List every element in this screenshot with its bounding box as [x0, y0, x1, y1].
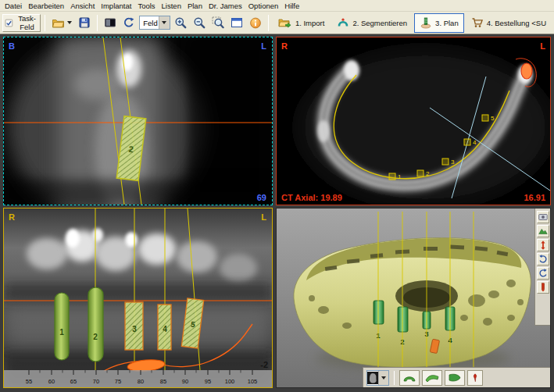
jaw-view-2-icon — [424, 372, 441, 384]
order-cart-icon — [471, 16, 484, 29]
axial-status-right: 16.91 — [524, 193, 545, 202]
orientation-label-left: R — [9, 212, 15, 222]
step-bestellung-label: 4. Bestellung <SU — [487, 19, 546, 27]
info-button[interactable] — [247, 14, 264, 32]
marker-3-label: 3 — [451, 159, 455, 166]
axial-implant-marker-1[interactable]: 1 — [389, 173, 402, 180]
viewport-3d[interactable]: 1 2 3 4 — [276, 208, 551, 388]
implant-3-pano[interactable]: 3 — [125, 302, 143, 350]
svg-text:90: 90 — [182, 378, 188, 385]
implant-1-pano[interactable]: 1 — [55, 293, 69, 360]
surface-toggle-button[interactable] — [537, 225, 549, 237]
menu-datei[interactable]: Datei — [2, 1, 25, 11]
zoom-region-icon — [212, 16, 224, 29]
task-feld-button[interactable]: Task-Feld — [2, 14, 41, 32]
open-dropdown-caret-icon — [67, 21, 72, 24]
implant-3-label: 3 — [132, 325, 137, 333]
menubar: Datei Bearbeiten Ansicht Implantat Tools… — [0, 0, 554, 12]
slice-number: -2 — [260, 360, 268, 369]
menu-implantat[interactable]: Implantat — [98, 1, 134, 11]
scene-combo-caret[interactable] — [378, 371, 388, 385]
menu-tools[interactable]: Tools — [134, 1, 158, 11]
implant-1-label: 1 — [59, 328, 64, 337]
dropdown-caret-icon — [162, 21, 166, 24]
step-plan-label: 3. Plan — [435, 19, 459, 27]
task-checkbox-icon — [5, 17, 13, 29]
implant-tool-icon — [538, 282, 549, 293]
axial-implant-marker-4[interactable]: 4 — [464, 139, 477, 146]
svg-text:65: 65 — [70, 378, 77, 385]
bone-tool-icon — [469, 372, 481, 384]
toolbar-separator — [268, 15, 269, 31]
viewport-panoramic[interactable]: 1 2 3 4 5 — [3, 208, 273, 388]
dropdown-caret-icon — [381, 376, 386, 380]
marker-4-label: 4 — [473, 139, 477, 146]
snapshot-button[interactable] — [537, 211, 549, 223]
snapshot-icon — [538, 212, 549, 223]
implant-4-pano[interactable]: 4 — [158, 305, 171, 350]
viewport-cross-section[interactable]: 2 B L 69 — [3, 37, 273, 205]
axial-implant-marker-5[interactable]: 5 — [482, 115, 495, 122]
main-toolbar: Task-Feld Feld — [0, 12, 554, 34]
move-updown-icon — [538, 240, 549, 251]
save-button[interactable] — [76, 14, 93, 32]
surface-icon — [538, 226, 549, 237]
open-folder-icon — [52, 16, 65, 29]
step-segmentieren-label: 2. Segmentieren — [352, 19, 407, 27]
step-import-button[interactable]: 1. Import — [273, 13, 331, 33]
zoom-in-button[interactable] — [172, 14, 189, 32]
import-icon — [278, 16, 292, 29]
menu-plan[interactable]: Plan — [184, 1, 206, 11]
step-bestellung-button[interactable]: 4. Bestellung <SU — [466, 13, 552, 33]
move-vertical-button[interactable] — [537, 239, 549, 251]
rotate-left-button[interactable] — [537, 253, 549, 265]
view-preset-1-button[interactable] — [399, 370, 420, 386]
ct-axial-image — [298, 49, 550, 205]
svg-text:60: 60 — [48, 378, 55, 385]
combo-caret-box[interactable] — [159, 16, 170, 29]
3d-bottom-toolbar — [363, 367, 550, 387]
bone-tool-button[interactable] — [467, 370, 483, 386]
zoom-out-icon — [193, 16, 206, 29]
implant-tool-button[interactable] — [537, 281, 549, 294]
menu-listen[interactable]: Listen — [159, 1, 184, 11]
rotate-view-button[interactable] — [120, 14, 138, 32]
menu-dr-james[interactable]: Dr. James — [206, 1, 245, 11]
menu-optionen[interactable]: Optionen — [245, 1, 282, 11]
menu-bearbeiten[interactable]: Bearbeiten — [25, 1, 67, 11]
menu-ansicht[interactable]: Ansicht — [67, 1, 98, 11]
rotate-arrow-icon — [123, 16, 135, 29]
scene-preset-combobox[interactable] — [366, 370, 389, 386]
slice-number: 69 — [257, 193, 266, 202]
view-preset-2-button[interactable] — [422, 370, 442, 386]
svg-text:100: 100 — [225, 378, 235, 385]
axial-implant-marker-2[interactable]: 2 — [417, 170, 430, 177]
orientation-label-left: B — [9, 41, 15, 51]
plan-icon — [420, 16, 432, 29]
feld-combobox[interactable]: Feld — [139, 16, 170, 30]
segmentieren-icon — [337, 16, 349, 29]
step-plan-button[interactable]: 3. Plan — [414, 13, 464, 33]
3d-tool-column — [534, 208, 550, 326]
svg-text:75: 75 — [115, 378, 121, 385]
zoom-region-button[interactable] — [209, 14, 227, 32]
svg-text:55: 55 — [26, 378, 32, 385]
toolbar-separator — [97, 15, 98, 31]
implant-2-pano[interactable]: 2 — [88, 287, 103, 362]
viewport-axial[interactable]: 1 2 3 4 5 R L CT Axial: 19.89 16.91 — [276, 37, 551, 205]
open-button[interactable] — [49, 14, 74, 32]
step-import-label: 1. Import — [295, 19, 325, 27]
window-level-button[interactable] — [102, 14, 119, 32]
svg-text:105: 105 — [248, 378, 258, 385]
menu-hilfe[interactable]: Hilfe — [281, 1, 302, 11]
layout-button[interactable] — [228, 14, 245, 32]
contrast-icon — [104, 16, 116, 29]
feld-combobox-value: Feld — [143, 19, 157, 27]
zoom-out-button[interactable] — [191, 14, 208, 32]
view-preset-3-button[interactable] — [445, 370, 465, 386]
axial-implant-marker-3[interactable]: 3 — [442, 159, 455, 166]
rotate-right-button[interactable] — [537, 267, 549, 280]
step-segmentieren-button[interactable]: 2. Segmentieren — [331, 13, 413, 33]
orientation-label-right: L — [261, 41, 266, 51]
implant-5-axial-highlight[interactable] — [521, 63, 532, 79]
